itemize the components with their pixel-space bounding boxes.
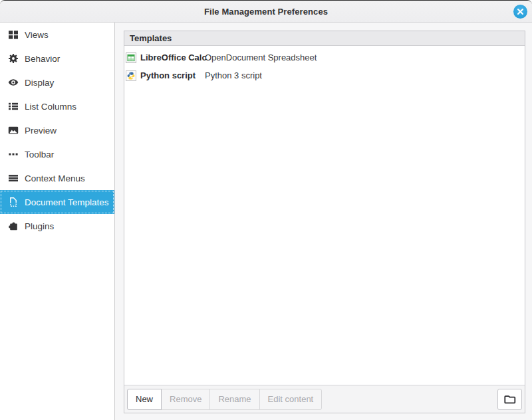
edit-content-button[interactable]: Edit content bbox=[259, 389, 323, 410]
sidebar-item-label: Display bbox=[25, 78, 54, 88]
template-name: Python script bbox=[138, 70, 205, 80]
image-icon bbox=[8, 125, 19, 136]
libreoffice-calc-icon bbox=[126, 52, 136, 63]
close-icon bbox=[513, 5, 527, 19]
template-description: OpenDocument Spreadsheet bbox=[205, 52, 317, 62]
python-icon bbox=[126, 70, 136, 81]
sidebar-item-label: Toolbar bbox=[25, 150, 54, 159]
sidebar-item-label: List Columns bbox=[25, 102, 76, 112]
sidebar-item-context-menus[interactable]: Context Menus bbox=[0, 166, 114, 190]
eye-icon bbox=[8, 77, 19, 88]
sidebar-item-display[interactable]: Display bbox=[0, 70, 114, 94]
sidebar-item-plugins[interactable]: Plugins bbox=[0, 214, 114, 238]
close-button[interactable] bbox=[513, 5, 527, 19]
hamburger-icon bbox=[8, 173, 19, 183]
sidebar-item-label: Plugins bbox=[25, 221, 54, 231]
sidebar-item-behavior[interactable]: Behavior bbox=[0, 47, 114, 70]
templates-header: Templates bbox=[124, 31, 525, 46]
templates-header-label: Templates bbox=[130, 33, 172, 43]
sidebar-item-label: Behavior bbox=[25, 54, 60, 64]
sidebar-item-label: Context Menus bbox=[25, 173, 85, 183]
window-body: Views Behavior bbox=[0, 23, 532, 420]
templates-panel: Templates LibreOffice Calc bbox=[124, 31, 525, 413]
dots-icon bbox=[8, 149, 19, 159]
sidebar-item-list-columns[interactable]: List Columns bbox=[0, 94, 114, 118]
folder-icon bbox=[503, 393, 517, 406]
list-columns-icon bbox=[8, 101, 19, 112]
templates-actionbar: New Remove Rename Edit content bbox=[124, 385, 525, 413]
templates-list[interactable]: LibreOffice Calc OpenDocument Spreadshee… bbox=[124, 46, 525, 385]
main-area: Templates LibreOffice Calc bbox=[115, 23, 532, 420]
list-item[interactable]: LibreOffice Calc OpenDocument Spreadshee… bbox=[124, 49, 525, 66]
window-title: File Management Preferences bbox=[204, 7, 328, 17]
template-page-icon bbox=[8, 197, 19, 207]
sidebar-item-toolbar[interactable]: Toolbar bbox=[0, 142, 114, 166]
sidebar-item-document-templates[interactable]: Document Templates bbox=[0, 190, 114, 214]
titlebar: File Management Preferences bbox=[0, 1, 532, 23]
gear-icon bbox=[8, 53, 19, 64]
sidebar-item-preview[interactable]: Preview bbox=[0, 118, 114, 142]
sidebar: Views Behavior bbox=[0, 23, 115, 420]
puzzle-icon bbox=[8, 221, 19, 231]
sidebar-item-label: Document Templates bbox=[25, 197, 109, 207]
preferences-window: File Management Preferences Views bbox=[0, 0, 532, 420]
grid-icon bbox=[8, 29, 19, 40]
new-button[interactable]: New bbox=[127, 389, 162, 410]
rename-button[interactable]: Rename bbox=[209, 389, 259, 410]
open-templates-folder-button[interactable] bbox=[497, 389, 522, 410]
sidebar-item-views[interactable]: Views bbox=[0, 23, 114, 47]
remove-button[interactable]: Remove bbox=[161, 389, 210, 410]
list-item[interactable]: Python script Python 3 script bbox=[124, 66, 525, 84]
template-name: LibreOffice Calc bbox=[138, 52, 205, 62]
sidebar-item-label: Preview bbox=[25, 126, 57, 136]
template-description: Python 3 script bbox=[205, 70, 262, 80]
sidebar-item-label: Views bbox=[25, 30, 49, 40]
